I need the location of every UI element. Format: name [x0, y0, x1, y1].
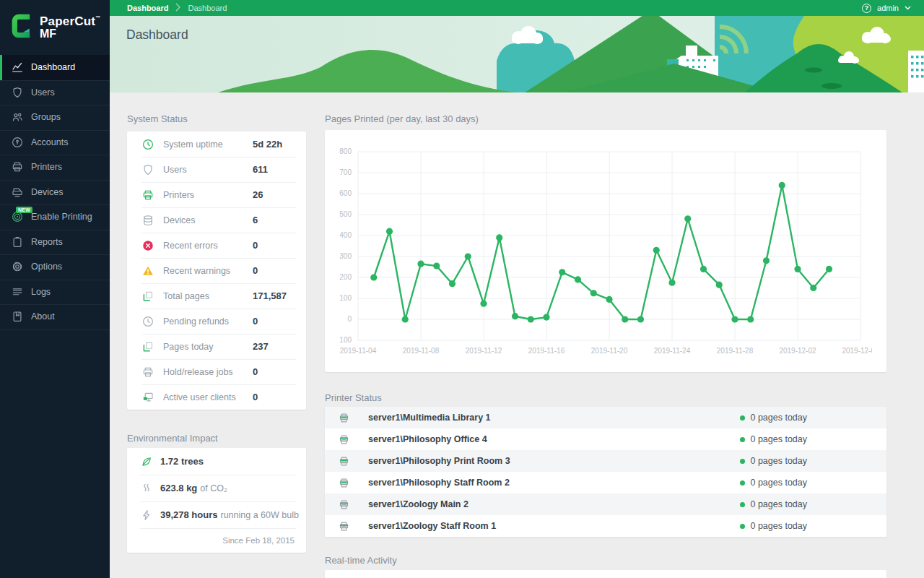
status-label: Recent errors [163, 241, 218, 251]
x-axis-tick: 2019-11-20 [591, 347, 628, 355]
breadcrumb-root[interactable]: Dashboard [127, 4, 168, 12]
data-point-2019-12-02[interactable] [794, 266, 801, 272]
printer-status-text: 0 pages today [750, 478, 807, 488]
status-value: 0 [253, 265, 258, 276]
printer-row[interactable]: server1\Multimedia Library 10 pages toda… [325, 407, 886, 428]
papercut-logo[interactable]: PaperCut™ MF [0, 0, 110, 43]
data-point-2019-11-18[interactable] [575, 276, 581, 282]
data-point-2019-11-07[interactable] [402, 316, 409, 322]
data-point-2019-11-17[interactable] [559, 269, 565, 275]
data-point-2019-11-12[interactable] [480, 301, 487, 307]
sidebar-item-label: Accounts [31, 137, 68, 147]
pages-printed-chart: -10001002003004005006007008002019-11-042… [339, 139, 872, 363]
system-status-card: System uptime5d 22hUsers611Printers26Dev… [127, 131, 306, 410]
environmental-value: 1.72 trees [160, 456, 204, 467]
sidebar-item-dashboard[interactable]: Dashboard [0, 55, 110, 80]
sidebar-item-enable-printing[interactable]: Enable PrintingNEW [0, 204, 110, 230]
data-point-2019-12-04[interactable] [826, 266, 832, 272]
data-point-2019-11-29[interactable] [747, 316, 754, 322]
realtime-title: Real-time Activity [325, 555, 397, 566]
status-value: 0 [253, 366, 258, 377]
data-point-2019-11-21[interactable] [622, 316, 628, 322]
status-row-pending-refunds: Pending refunds0 [127, 309, 306, 334]
printer-row[interactable]: server1\Zoology Main 20 pages today [325, 493, 886, 515]
status-row-hold-release-jobs: Hold/release jobs0 [127, 359, 306, 384]
sidebar-item-label: Logs [31, 287, 51, 297]
co2-icon [140, 482, 153, 495]
groups-icon [10, 110, 25, 124]
sidebar-item-options[interactable]: Options [0, 254, 110, 280]
x-axis-tick: 2019-11-12 [466, 347, 502, 355]
data-point-2019-11-28[interactable] [731, 316, 738, 322]
pages-printed-card: -10001002003004005006007008002019-11-042… [325, 130, 886, 372]
new-badge: NEW [16, 207, 32, 213]
status-label: Recent warnings [163, 266, 230, 276]
status-row-system-uptime: System uptime5d 22h [127, 131, 306, 157]
sidebar-item-label: Dashboard [31, 62, 75, 72]
data-point-2019-11-30[interactable] [763, 257, 770, 264]
sidebar-item-printers[interactable]: Printers [0, 155, 110, 180]
data-point-2019-12-03[interactable] [810, 285, 816, 291]
data-point-2019-11-10[interactable] [449, 280, 456, 287]
sidebar-item-users[interactable]: Users [0, 80, 110, 105]
data-point-2019-11-09[interactable] [433, 262, 440, 269]
status-value: 237 [253, 341, 269, 352]
help-icon[interactable]: ? [862, 4, 871, 13]
data-point-2019-11-16[interactable] [543, 314, 549, 321]
printer-row[interactable]: server1\Philosophy Staff Room 20 pages t… [325, 472, 886, 493]
data-point-2019-11-05[interactable] [370, 274, 377, 280]
sidebar-item-label: Devices [31, 187, 63, 197]
status-row-active-user-clients: Active user clients0 [127, 384, 306, 410]
data-point-2019-11-20[interactable] [606, 296, 612, 303]
status-value: 0 [253, 240, 258, 251]
sidebar-item-about[interactable]: About [0, 304, 110, 329]
status-label: Hold/release jobs [163, 367, 233, 377]
sidebar-item-accounts[interactable]: Accounts [0, 130, 110, 155]
data-point-2019-11-19[interactable] [590, 290, 597, 296]
status-dot-icon [740, 437, 745, 442]
data-point-2019-11-27[interactable] [716, 282, 723, 288]
environmental-value: 623.8 kg [160, 483, 197, 493]
x-axis-tick: 2019-11-28 [717, 347, 754, 355]
sidebar-item-groups[interactable]: Groups [0, 105, 110, 130]
data-point-2019-11-14[interactable] [512, 313, 518, 319]
printer-row[interactable]: server1\Philosophy Print Room 30 pages t… [325, 450, 886, 472]
data-point-2019-11-23[interactable] [653, 247, 660, 254]
sidebar-item-devices[interactable]: Devices [0, 180, 110, 205]
data-point-2019-11-25[interactable] [684, 215, 691, 222]
printer-row[interactable]: server1\Zoology Staff Room 10 pages toda… [325, 515, 886, 537]
data-point-2019-12-01[interactable] [779, 182, 785, 189]
printer-icon [141, 189, 154, 202]
y-axis-tick: 700 [339, 168, 352, 176]
sidebar-item-reports[interactable]: Reports [0, 230, 110, 255]
shield-icon [141, 163, 154, 176]
status-row-users: Users611 [127, 157, 306, 182]
y-axis-tick: 600 [339, 189, 352, 197]
printer-name: server1\Philosophy Staff Room 2 [368, 478, 510, 488]
status-value: 6 [253, 215, 258, 225]
sidebar-item-logs[interactable]: Logs [0, 280, 110, 305]
environmental-value: 39,278 hours [160, 509, 218, 520]
environmental-card: 1.72 trees623.8 kgof CO₂39,278 hoursrunn… [127, 448, 306, 553]
status-value: 171,587 [253, 290, 287, 301]
pages-icon [141, 340, 154, 353]
printer-status: 0 pages today [740, 456, 807, 466]
data-point-2019-11-08[interactable] [417, 261, 424, 267]
leaf-icon [140, 455, 153, 468]
printer-row[interactable]: server1\Philosophy Office 40 pages today [325, 428, 886, 450]
data-point-2019-11-15[interactable] [528, 316, 534, 322]
data-point-2019-11-24[interactable] [668, 280, 675, 286]
status-dot-icon [740, 502, 745, 507]
data-point-2019-11-11[interactable] [465, 253, 471, 259]
status-row-devices: Devices6 [127, 207, 306, 233]
printer-status-text: 0 pages today [750, 434, 807, 444]
header-illustration [110, 16, 924, 92]
data-point-2019-11-26[interactable] [700, 266, 707, 272]
data-point-2019-11-06[interactable] [386, 228, 393, 235]
data-point-2019-11-22[interactable] [637, 316, 644, 322]
data-point-2019-11-13[interactable] [496, 234, 502, 241]
bolt-icon [140, 509, 153, 522]
user-menu[interactable]: admin [877, 4, 899, 12]
status-dot-icon [740, 480, 745, 486]
chevron-down-icon[interactable] [905, 6, 911, 10]
